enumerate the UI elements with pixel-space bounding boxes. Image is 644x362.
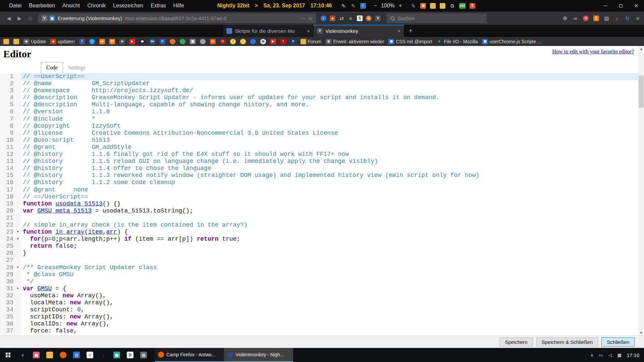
code-editor[interactable]: 1// ==UserScript==2// @name GM_ScriptUpd… <box>0 73 644 336</box>
code-line[interactable]: // @history 1.1.3 reworked notify window… <box>21 172 644 179</box>
scroll-down-icon[interactable]: ▼ <box>638 330 644 336</box>
fold-arrow-icon[interactable]: ▾ <box>15 236 21 243</box>
home-button[interactable]: ⌂ <box>25 15 36 22</box>
code-line[interactable]: /** GreaseMonkey Script Updater class <box>21 264 644 271</box>
code-line[interactable]: // @copyright IzzySoft <box>21 123 644 130</box>
dy-favicon[interactable]: dY <box>109 39 115 44</box>
bookmark-forum[interactable]: Forum <box>301 39 321 44</box>
facebook-favicon[interactable]: f <box>79 39 85 44</box>
close-window-button[interactable]: × <box>629 0 644 11</box>
addon-colored-icon[interactable]: ◆ <box>330 15 335 21</box>
scrollbar-thumb[interactable] <box>639 75 644 108</box>
tab-code[interactable]: Code <box>41 62 63 73</box>
q-addon-icon[interactable]: Q <box>593 15 599 21</box>
stylish-icon[interactable]: S <box>357 15 363 21</box>
sync-arrows-icon[interactable]: ⇄ <box>339 15 344 21</box>
save-and-close-button[interactable]: Speichern & Schließen <box>536 338 598 347</box>
sync-icon[interactable]: ↻ <box>625 15 630 21</box>
sr-favicon[interactable]: Sr <box>210 39 216 44</box>
tray-volume-icon[interactable]: ◁ <box>607 352 613 358</box>
code-line[interactable]: force: false, <box>21 327 644 335</box>
help-link[interactable]: How to edit with your favorite editor? <box>552 49 634 55</box>
code-line[interactable]: // simple in_array check (is the item co… <box>21 222 644 229</box>
bookmark-update[interactable]: ◉Update <box>23 39 46 44</box>
green-favicon[interactable] <box>180 39 185 44</box>
tray-expand-icon[interactable]: ∧ <box>590 353 594 358</box>
edge-icon-button[interactable]: e <box>16 348 30 362</box>
new-tab-button[interactable]: + <box>404 25 417 37</box>
folder-icon[interactable] <box>430 3 436 9</box>
back-button[interactable]: ◀ <box>3 15 14 21</box>
image-viewer-icon-button[interactable]: ▣ <box>30 348 43 362</box>
code-line[interactable]: // @grant GM_addStyle <box>21 144 644 151</box>
notepad-icon-button[interactable]: ≡ <box>83 348 97 362</box>
code-line[interactable]: // @license Creative Commons Attribution… <box>21 130 644 137</box>
link-chain-icon[interactable]: ∞ <box>573 15 578 21</box>
sidebar-icon[interactable]: ▤ <box>604 15 609 21</box>
bookmark-userchrome-scripts[interactable]: ▤userChrome.js Scripte ... <box>482 39 541 44</box>
menu-item-ansicht[interactable]: Ansicht <box>59 3 84 9</box>
url-bar[interactable]: V▣ Erweiterung (Violentmonkey) moz-exten… <box>38 13 316 23</box>
smiley-favicon[interactable]: ☺ <box>230 39 236 44</box>
browser-tab[interactable]: Skripte für die diversen Mo× <box>223 25 314 37</box>
code-line[interactable]: return false; <box>21 243 644 250</box>
taskbar-app-violentmonkey[interactable]: Violentmonkey - Nigh... <box>224 348 293 362</box>
code-line[interactable]: scriptIDs: new Array(), <box>21 313 644 320</box>
code-line[interactable]: // @uso:script 51513 <box>21 137 644 144</box>
bookmark-erweit-aktivieren[interactable]: ◉Erweit. aktivieren wieder <box>326 39 384 44</box>
css-badge-icon[interactable]: css <box>459 3 466 9</box>
tray-display-icon[interactable]: ▭ <box>598 352 603 358</box>
code-line[interactable]: // @name GM_ScriptUpdater <box>21 80 644 87</box>
download-arrow-icon-button[interactable]: ↓ <box>97 348 110 362</box>
puzzle-favicon[interactable]: ▦ <box>190 39 196 44</box>
tab-close-icon[interactable]: × <box>397 28 400 34</box>
code-line[interactable]: // @include * <box>21 116 644 123</box>
code-line[interactable]: // @history 1.1.2 some code cleanup <box>21 179 644 186</box>
brush-icon[interactable]: ✎ <box>351 3 356 9</box>
code-line[interactable]: for(p=0;p<arr.length;p++) if (item == ar… <box>21 236 644 243</box>
maximize-button[interactable] <box>613 0 629 11</box>
zoom-in-button[interactable]: + <box>399 3 402 9</box>
d-icon-button[interactable]: D <box>123 348 137 362</box>
info-icon[interactable]: i <box>360 3 366 9</box>
minimize-button[interactable] <box>598 0 613 11</box>
menu-item-hilfe[interactable]: Hilfe <box>170 3 188 9</box>
code-line[interactable]: var GMSU_meta_51513 = usodata_51513.toSt… <box>21 207 644 215</box>
tab-close-icon[interactable]: × <box>307 28 310 34</box>
fold-arrow-icon[interactable]: ▾ <box>15 285 21 292</box>
code-line[interactable]: */ <box>21 278 644 285</box>
code-line[interactable]: // @description GreaseMonkey Script Upda… <box>21 94 644 101</box>
browser-tab-active[interactable]: VViolentmonkey× <box>314 25 404 37</box>
code-line[interactable]: * @class GMSU <box>21 271 644 278</box>
download-icon[interactable]: ↓ <box>614 15 620 21</box>
fold-arrow-icon[interactable]: ▾ <box>15 264 21 271</box>
menu-item-datei[interactable]: Datei <box>5 3 25 9</box>
list-icon[interactable]: ≡ <box>348 15 354 21</box>
blue-favicon[interactable] <box>250 39 256 44</box>
code-line[interactable]: // @history 1.1.4 offer to chose the lan… <box>21 165 644 172</box>
smiley-favicon-2[interactable]: ☺ <box>240 39 246 44</box>
greasemonkey-icon[interactable]: G <box>366 15 372 21</box>
bookmarks-folder[interactable] <box>3 39 9 44</box>
note-pencil-icon[interactable]: ✎ <box>341 3 346 9</box>
menu-item-lesezeichen[interactable]: Lesezeichen <box>109 3 147 9</box>
menu-item-extras[interactable]: Extras <box>147 3 169 9</box>
code-line[interactable]: // ==UserScript== <box>21 73 644 80</box>
apps-grid-icon[interactable]: ⊞ <box>420 3 426 9</box>
pocket-icon[interactable]: ▼ <box>583 15 589 21</box>
menu-icon[interactable]: ≡ <box>635 15 641 21</box>
scroll-up-icon[interactable]: ▲ <box>638 46 644 52</box>
violentmonkey-icon[interactable]: V <box>375 15 381 21</box>
t-favicon[interactable]: T <box>280 39 286 44</box>
code-line[interactable]: // @grant none <box>21 186 644 193</box>
menu-item-bearbeiten[interactable]: Bearbeiten <box>25 3 58 9</box>
code-line[interactable]: scriptCount: 0, <box>21 306 644 313</box>
code-line[interactable]: usoMeta: new Array(), <box>21 292 644 299</box>
code-line[interactable] <box>21 215 644 222</box>
youtube-favicon[interactable]: ▶ <box>129 39 135 44</box>
forward-button[interactable]: ▶ <box>14 15 25 21</box>
gear-icon[interactable]: ⚙ <box>449 3 455 9</box>
f-favicon[interactable]: F <box>160 39 165 44</box>
code-line[interactable]: } <box>21 250 644 257</box>
code-line[interactable]: // @description Multi-language, capable … <box>21 101 644 108</box>
